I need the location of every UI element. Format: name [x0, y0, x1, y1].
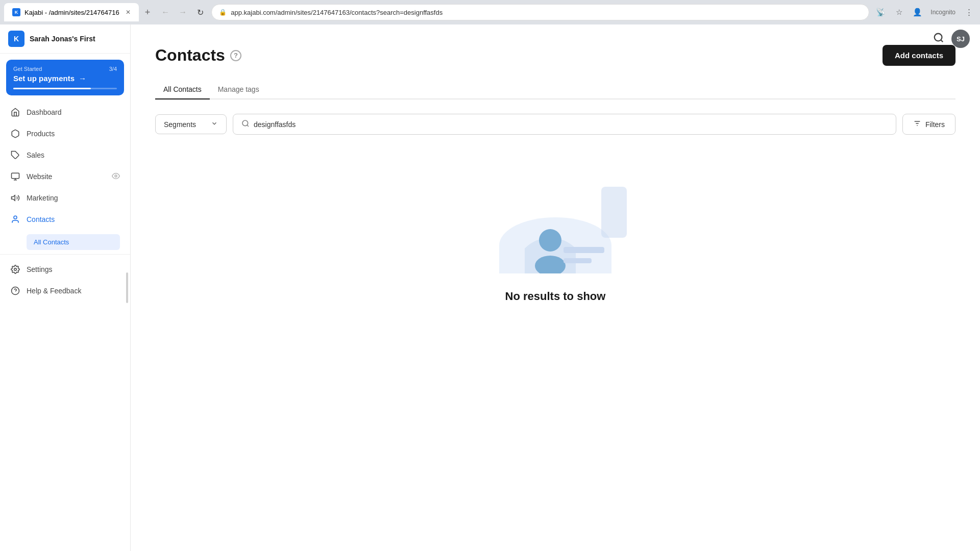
sidebar-item-contacts[interactable]: Contacts: [0, 209, 130, 230]
search-icon: [241, 119, 250, 129]
segments-dropdown[interactable]: Segments: [155, 114, 227, 134]
toolbar: Segments Filters: [155, 114, 955, 135]
get-started-action: Set up payments →: [13, 74, 117, 83]
get-started-progress-bar: [13, 88, 117, 89]
browser-chrome: K Kajabi - /admin/sites/214764716 ✕ + ← …: [0, 0, 980, 24]
sidebar-header: K Sarah Jonas's First: [0, 24, 130, 54]
box-icon: [10, 129, 20, 139]
svg-point-7: [14, 268, 17, 271]
gear-icon: [10, 264, 20, 274]
address-bar[interactable]: 🔒 app.kajabi.com/admin/sites/2147647163/…: [211, 4, 869, 20]
sidebar-item-label: Contacts: [27, 215, 55, 223]
sidebar-item-marketing[interactable]: Marketing: [0, 187, 130, 209]
empty-lines: [564, 247, 604, 263]
scroll-indicator: [126, 272, 128, 303]
forward-button[interactable]: →: [176, 5, 190, 19]
svg-point-6: [14, 216, 17, 219]
page-title: Contacts: [155, 46, 225, 65]
url-text: app.kajabi.com/admin/sites/2147647163/co…: [231, 9, 443, 16]
browser-navigation: ← → ↻: [158, 5, 207, 19]
site-name: Sarah Jonas's First: [30, 35, 95, 43]
search-input[interactable]: [254, 120, 888, 129]
empty-state-title: No results to show: [505, 290, 606, 303]
app-logo: K: [8, 31, 24, 47]
svg-line-11: [941, 40, 943, 42]
favicon: K: [12, 8, 20, 16]
svg-marker-5: [12, 195, 15, 201]
segments-label: Segments: [164, 120, 196, 129]
lock-icon: 🔒: [219, 9, 227, 16]
sidebar-bottom-nav: Settings Help & Feedback: [0, 254, 130, 306]
sidebar-item-settings[interactable]: Settings: [0, 259, 130, 280]
browser-tabs: K Kajabi - /admin/sites/214764716 ✕ +: [4, 3, 154, 21]
filter-icon: [913, 119, 921, 129]
empty-illustration: [474, 182, 637, 273]
topbar-right: SJ: [933, 30, 970, 48]
main-content: SJ Contacts ? Add contacts All Contacts …: [131, 24, 980, 551]
sidebar-item-label: Marketing: [27, 194, 58, 202]
chevron-down-icon: [211, 120, 218, 129]
sidebar-item-label: Settings: [27, 265, 53, 273]
svg-point-4: [115, 175, 117, 177]
browser-actions: 📡 ☆ 👤 Incognito ⋮: [873, 5, 976, 19]
progress-fill: [13, 88, 91, 89]
sidebar-item-label: Dashboard: [27, 108, 62, 116]
get-started-banner[interactable]: Get Started 3/4 Set up payments →: [6, 60, 124, 95]
svg-point-10: [935, 33, 942, 41]
sidebar-item-label: Products: [27, 130, 55, 138]
sidebar-scroll: K Sarah Jonas's First Get Started 3/4 Se…: [0, 24, 130, 551]
page-tabs: All Contacts Manage tags: [155, 80, 955, 99]
help-icon[interactable]: ?: [230, 50, 241, 61]
tab-close-button[interactable]: ✕: [126, 9, 131, 16]
megaphone-icon: [10, 193, 20, 203]
svg-rect-1: [12, 173, 19, 179]
person-icon: [10, 214, 20, 224]
tab-all-contacts[interactable]: All Contacts: [155, 80, 210, 99]
bookmark-button[interactable]: ☆: [892, 5, 906, 19]
user-avatar-button[interactable]: SJ: [951, 30, 970, 48]
sidebar-item-dashboard[interactable]: Dashboard: [0, 102, 130, 123]
sidebar: K Sarah Jonas's First Get Started 3/4 Se…: [0, 24, 131, 551]
all-contacts-sub-label: All Contacts: [27, 234, 120, 250]
sidebar-item-products[interactable]: Products: [0, 123, 130, 144]
app-container: K Sarah Jonas's First Get Started 3/4 Se…: [0, 24, 980, 551]
new-tab-button[interactable]: +: [141, 5, 155, 20]
page-header: Contacts ? Add contacts: [155, 45, 955, 66]
more-button[interactable]: ⋮: [962, 5, 976, 19]
empty-state: No results to show: [155, 151, 955, 334]
monitor-icon: [10, 171, 20, 182]
main-navigation: Dashboard Products Sales: [0, 102, 130, 254]
active-tab[interactable]: K Kajabi - /admin/sites/214764716 ✕: [4, 3, 139, 21]
eye-icon: [112, 172, 120, 182]
svg-point-12: [242, 120, 248, 126]
sidebar-sub-item-all-contacts[interactable]: All Contacts: [0, 230, 130, 254]
svg-point-18: [539, 229, 561, 252]
sidebar-item-label: Website: [27, 172, 52, 181]
sidebar-item-label: Help & Feedback: [27, 287, 81, 295]
empty-corner-shape: [601, 187, 627, 238]
tag-icon: [10, 150, 20, 160]
sidebar-item-help[interactable]: Help & Feedback: [0, 280, 130, 302]
incognito-label: Incognito: [928, 5, 958, 19]
svg-line-13: [247, 125, 249, 127]
add-contacts-button[interactable]: Add contacts: [883, 45, 955, 66]
empty-line-short: [564, 258, 592, 263]
sidebar-item-label: Sales: [27, 151, 44, 159]
global-search-button[interactable]: [933, 32, 944, 46]
page-title-row: Contacts ?: [155, 46, 241, 65]
sidebar-item-sales[interactable]: Sales: [0, 144, 130, 166]
reload-button[interactable]: ↻: [193, 5, 207, 19]
back-button[interactable]: ←: [158, 5, 173, 19]
profile-button[interactable]: 👤: [910, 5, 924, 19]
house-icon: [10, 107, 20, 117]
filters-label: Filters: [925, 120, 945, 129]
get-started-label: Get Started 3/4: [13, 66, 117, 72]
empty-line-long: [564, 247, 604, 253]
cast-button[interactable]: 📡: [873, 5, 888, 19]
question-icon: [10, 286, 20, 296]
search-box[interactable]: [233, 114, 896, 135]
tab-title: Kajabi - /admin/sites/214764716: [24, 9, 119, 16]
tab-manage-tags[interactable]: Manage tags: [210, 80, 267, 99]
filters-button[interactable]: Filters: [902, 114, 955, 135]
sidebar-item-website[interactable]: Website: [0, 166, 130, 187]
